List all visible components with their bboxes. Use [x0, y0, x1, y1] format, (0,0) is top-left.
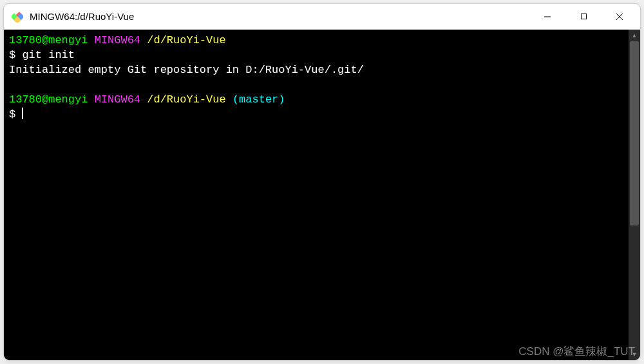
git-branch: (master): [232, 93, 285, 106]
scrollbar[interactable]: ▲ ▼: [629, 30, 640, 360]
titlebar[interactable]: MINGW64:/d/RuoYi-Vue: [4, 4, 640, 30]
user-host: 13780@mengyi: [9, 34, 88, 46]
close-button[interactable]: [601, 4, 638, 29]
command-line: $ git init: [9, 48, 623, 63]
cursor: [22, 108, 23, 119]
scroll-track[interactable]: [629, 41, 640, 349]
output-line: Initialized empty Git repository in D:/R…: [9, 63, 623, 78]
prompt-line: 13780@mengyi MINGW64 /d/RuoYi-Vue (maste…: [9, 93, 623, 108]
command-text: git init: [22, 49, 75, 61]
current-dir: /d/RuoYi-Vue: [147, 93, 225, 106]
prompt-line: 13780@mengyi MINGW64 /d/RuoYi-Vue: [9, 34, 623, 48]
blank-line: [9, 78, 623, 93]
user-host: 13780@mengyi: [9, 93, 88, 106]
scroll-thumb[interactable]: [630, 41, 639, 225]
shell-env: MINGW64: [95, 34, 140, 46]
shell-env: MINGW64: [95, 93, 140, 106]
minimize-button[interactable]: [529, 4, 565, 29]
command-line: $: [9, 108, 623, 122]
maximize-button[interactable]: [565, 4, 601, 29]
terminal-window: MINGW64:/d/RuoYi-Vue 13780@mengyi MINGW6…: [3, 3, 641, 361]
prompt-symbol: $: [9, 108, 15, 120]
window-title: MINGW64:/d/RuoYi-Vue: [30, 11, 529, 22]
terminal-area: 13780@mengyi MINGW64 /d/RuoYi-Vue $ git …: [4, 30, 640, 360]
scroll-up-arrow[interactable]: ▲: [629, 30, 640, 41]
app-icon: [12, 11, 23, 23]
prompt-symbol: $: [9, 49, 15, 61]
window-controls: [529, 4, 638, 29]
current-dir: /d/RuoYi-Vue: [147, 34, 225, 46]
svg-rect-5: [581, 14, 586, 19]
terminal-output[interactable]: 13780@mengyi MINGW64 /d/RuoYi-Vue $ git …: [4, 30, 629, 360]
scroll-down-arrow[interactable]: ▼: [629, 349, 640, 360]
